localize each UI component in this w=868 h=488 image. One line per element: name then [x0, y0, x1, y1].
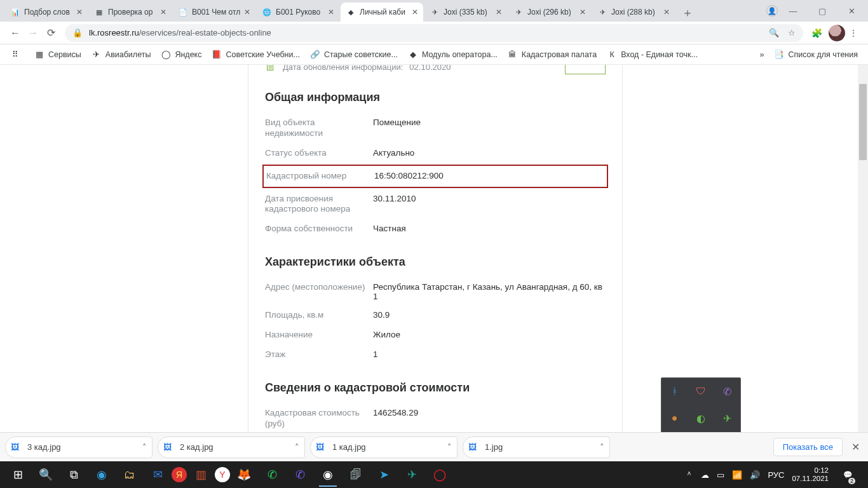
- tab-close-icon[interactable]: ✕: [159, 8, 168, 17]
- bookmark-star-icon[interactable]: ☆: [788, 28, 796, 37]
- chrome-taskbar-icon[interactable]: ◉: [314, 461, 342, 488]
- browser-tab[interactable]: ▦Проверка ор✕: [89, 3, 172, 22]
- download-item[interactable]: 🖼2 кад.jpg˄: [158, 437, 305, 458]
- apps-button[interactable]: ⠿: [5, 46, 29, 64]
- show-all-downloads-button[interactable]: Показать все: [773, 438, 843, 456]
- tab-favicon: 📄: [178, 7, 188, 17]
- security-icon[interactable]: 🛡: [688, 378, 714, 405]
- browser-tab[interactable]: ✈Joxi (335 kb)✕: [424, 3, 507, 22]
- tab-close-icon[interactable]: ✕: [662, 8, 671, 17]
- app-taskbar-icon[interactable]: 🗐: [342, 461, 370, 488]
- mail-icon[interactable]: ✉: [144, 461, 172, 488]
- download-menu-icon[interactable]: ˄: [600, 442, 604, 452]
- viber-taskbar-icon[interactable]: ✆: [286, 461, 314, 488]
- download-menu-icon[interactable]: ˄: [295, 442, 299, 452]
- browser-tab[interactable]: 📊Подбор слов✕: [5, 3, 88, 22]
- download-item[interactable]: 🖼3 кад.jpg˄: [5, 437, 153, 458]
- bookmark-item[interactable]: 🔗Старые советские...: [305, 46, 403, 64]
- address-bar[interactable]: 🔒 lk.rosreestr.ru/eservices/real-estate-…: [65, 24, 803, 42]
- browser-tab[interactable]: ✈Joxi (288 kb)✕: [592, 3, 675, 22]
- wifi-icon[interactable]: 📶: [732, 470, 742, 480]
- maximize-button[interactable]: ▢: [808, 2, 836, 20]
- tab-favicon: ▦: [94, 7, 104, 17]
- property-key: Адрес (местоположение): [265, 282, 373, 293]
- taskbar-clock[interactable]: 0:12 07.11.2021: [792, 466, 829, 483]
- search-in-page-icon[interactable]: 🔍: [769, 28, 779, 37]
- browser-tab[interactable]: ✈Joxi (296 kb)✕: [508, 3, 591, 22]
- edge-icon[interactable]: ◉: [88, 461, 116, 488]
- new-tab-button[interactable]: ＋: [679, 4, 696, 22]
- download-menu-icon[interactable]: ˄: [142, 442, 147, 452]
- office-icon[interactable]: ▥: [187, 461, 215, 488]
- viber-icon[interactable]: ✆: [714, 378, 740, 405]
- joxi-taskbar-icon[interactable]: ✈: [398, 461, 426, 488]
- profile-avatar[interactable]: [829, 25, 845, 41]
- browser-tab[interactable]: 📄В001 Чем отл✕: [173, 3, 255, 22]
- yandex-icon[interactable]: Я: [172, 467, 187, 482]
- chrome-account-icon[interactable]: 👤: [766, 5, 778, 17]
- property-row: Форма собственностиЧастная: [265, 219, 606, 239]
- back-button[interactable]: ←: [6, 24, 24, 42]
- property-value: Республика Татарстан, г Казань, ул Аванг…: [373, 282, 606, 301]
- language-indicator[interactable]: РУС: [768, 470, 784, 480]
- browser-tab[interactable]: ◆Личный каби✕: [341, 3, 423, 22]
- extensions-icon[interactable]: 🧩: [808, 25, 825, 41]
- tab-close-icon[interactable]: ✕: [494, 8, 503, 17]
- tab-title: Joxi (288 kb): [611, 8, 662, 17]
- tab-close-icon[interactable]: ✕: [578, 8, 587, 17]
- tab-close-icon[interactable]: ✕: [243, 8, 252, 17]
- joxi-tray-icon[interactable]: ✈: [714, 405, 740, 431]
- tab-close-icon[interactable]: ✕: [327, 8, 336, 17]
- notifications-button[interactable]: 💬2: [836, 461, 859, 488]
- scrollbar-thumb[interactable]: [859, 84, 867, 160]
- tab-close-icon[interactable]: ✕: [410, 8, 419, 17]
- scrollbar[interactable]: [858, 65, 868, 432]
- tray-expand-icon[interactable]: ＾: [685, 469, 693, 480]
- bookmark-item[interactable]: 🏛Кадастровая палата: [503, 46, 602, 64]
- search-taskbar-icon[interactable]: 🔍: [32, 461, 60, 488]
- yandex-browser-icon[interactable]: Y: [215, 467, 230, 482]
- download-menu-icon[interactable]: ˄: [447, 442, 452, 452]
- bookmark-item[interactable]: ◯Яндекс: [156, 46, 207, 64]
- onedrive-icon[interactable]: ☁: [701, 470, 709, 480]
- property-key: Назначение: [265, 330, 373, 341]
- property-key: Вид объекта недвижимости: [265, 118, 373, 139]
- reload-button[interactable]: ⟳: [42, 24, 60, 42]
- tab-close-icon[interactable]: ✕: [75, 8, 84, 17]
- app-tray-icon[interactable]: ●: [661, 405, 688, 431]
- firefox-icon[interactable]: 🦊: [230, 461, 258, 488]
- opera-icon[interactable]: ◯: [426, 461, 454, 488]
- minimize-button[interactable]: —: [779, 2, 807, 20]
- bookmark-item[interactable]: ◆Модуль оператора...: [403, 46, 503, 64]
- download-item[interactable]: 🖼1 кад.jpg˄: [310, 437, 458, 458]
- property-row: Этаж1: [265, 345, 606, 365]
- explorer-icon[interactable]: 🗂: [116, 461, 144, 488]
- download-filename: 1 кад.jpg: [332, 442, 447, 452]
- reading-list-button[interactable]: 📑 Список для чтения: [769, 46, 863, 64]
- download-filename: 3 кад.jpg: [27, 442, 142, 452]
- telegram-icon[interactable]: ➤: [370, 461, 398, 488]
- bookmark-label: Модуль оператора...: [422, 50, 498, 59]
- tab-title: Проверка ор: [108, 8, 159, 17]
- close-window-button[interactable]: ✕: [837, 2, 865, 20]
- bookmarks-overflow[interactable]: »: [754, 46, 769, 64]
- bookmark-item[interactable]: КВход - Единая точк...: [602, 46, 703, 64]
- reading-list-icon: 📑: [774, 50, 784, 60]
- browser-tab[interactable]: 🌐Б001 Руково✕: [257, 3, 339, 22]
- start-button[interactable]: ⊞: [4, 461, 32, 488]
- forward-button[interactable]: →: [24, 24, 42, 42]
- bluetooth-icon[interactable]: ᚼ: [661, 378, 688, 405]
- battery-icon[interactable]: ▭: [717, 470, 724, 480]
- close-downloads-shelf-button[interactable]: ✕: [848, 441, 863, 453]
- chrome-menu-icon[interactable]: ⋮: [845, 25, 862, 41]
- bookmark-favicon: ◯: [161, 50, 171, 60]
- task-view-icon[interactable]: ⧉: [60, 461, 88, 488]
- bookmark-item[interactable]: ✈Авиабилеты: [86, 46, 156, 64]
- bookmark-label: Вход - Единая точк...: [621, 50, 698, 59]
- bookmark-item[interactable]: 📕Советские Учебни...: [207, 46, 304, 64]
- bookmark-item[interactable]: ▦Сервисы: [29, 46, 86, 64]
- whatsapp-icon[interactable]: ✆: [258, 461, 286, 488]
- volume-icon[interactable]: 🔊: [750, 470, 760, 480]
- download-item[interactable]: 🖼1.jpg˄: [463, 437, 610, 458]
- app-tray-icon[interactable]: ◐: [688, 405, 714, 431]
